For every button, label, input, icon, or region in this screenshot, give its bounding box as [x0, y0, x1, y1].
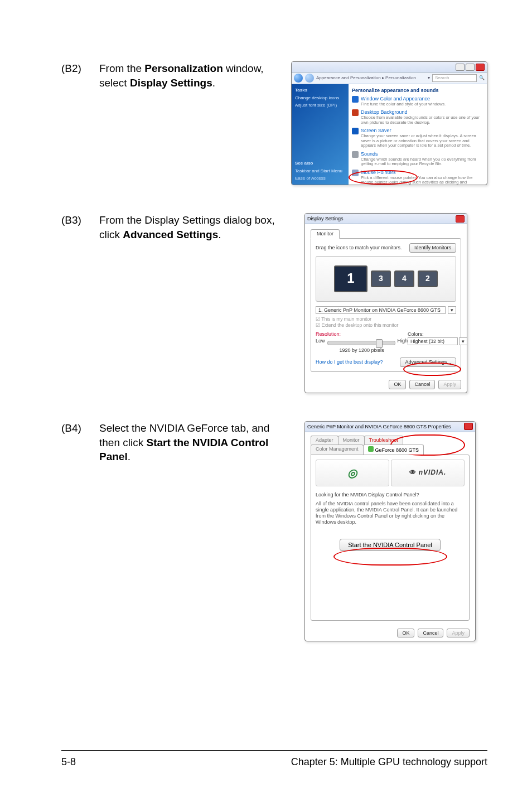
- sidebar-heading: Tasks: [295, 88, 345, 93]
- resolution-slider[interactable]: [327, 341, 395, 345]
- step-b4-text: Select the NVIDIA GeForce tab, and then …: [99, 421, 294, 464]
- identify-monitors-button[interactable]: Identify Monitors: [409, 243, 456, 253]
- tab-adapter[interactable]: Adapter: [311, 436, 338, 445]
- personalization-item[interactable]: Window Color and AppearanceFine tune the…: [352, 96, 483, 107]
- sidebar: Tasks Change desktop icons Adjust font s…: [292, 84, 349, 185]
- slider-low: Low: [316, 338, 325, 344]
- slider-high: High: [398, 338, 408, 344]
- personalization-item[interactable]: Desktop BackgroundChoose from available …: [352, 109, 483, 125]
- apply-button: Apply: [438, 380, 461, 389]
- heading-question: Looking for the NVIDIA Display Control P…: [316, 492, 465, 498]
- cancel-button[interactable]: Cancel: [409, 380, 435, 389]
- back-icon[interactable]: [294, 74, 303, 83]
- forward-icon[interactable]: [305, 74, 314, 83]
- item-desc: Fine tune the color and style of your wi…: [361, 102, 446, 107]
- personalization-window: Appearance and Personalization ▸ Persona…: [291, 61, 487, 185]
- sidebar-link[interactable]: Taskbar and Start Menu: [295, 168, 345, 174]
- colors-select[interactable]: Highest (32 bit): [408, 337, 458, 346]
- close-button[interactable]: [456, 215, 465, 223]
- sidebar-link[interactable]: Adjust font size (DPI): [295, 103, 345, 108]
- personalization-item[interactable]: Mouse PointersPick a different mouse poi…: [352, 170, 483, 185]
- nvidia-logo: 👁nVIDIA.: [391, 460, 465, 486]
- bold: Personalization: [144, 62, 223, 74]
- sidebar-link[interactable]: Change desktop icons: [295, 95, 345, 101]
- resolution-value: 1920 by 1200 pixels: [316, 347, 408, 354]
- bold: Advanced Settings: [123, 229, 218, 240]
- monitor-select[interactable]: 1. Generic PnP Monitor on NVIDIA GeForce…: [316, 306, 446, 315]
- screenshot-b4: Generic PnP Monitor and NVIDIA GeForce 8…: [304, 421, 476, 641]
- colors-label: Colors:: [408, 331, 467, 337]
- close-button[interactable]: [476, 64, 485, 71]
- step-b3-label: (B3): [61, 213, 89, 228]
- bold: Display Settings: [130, 77, 212, 89]
- monitor-icon[interactable]: 4: [394, 270, 414, 287]
- monitor-icon[interactable]: 3: [371, 270, 391, 287]
- item-icon: [352, 170, 359, 176]
- tab-geforce[interactable]: GeForce 8600 GTS: [363, 445, 424, 455]
- titlebar: [292, 62, 487, 73]
- step-b4: (B4) Select the NVIDIA GeForce tab, and …: [61, 421, 487, 641]
- text: .: [128, 451, 130, 462]
- item-icon: [352, 151, 359, 158]
- min-button[interactable]: [456, 64, 465, 71]
- ok-button[interactable]: OK: [397, 629, 414, 638]
- nvidia-icon: [368, 446, 374, 452]
- breadcrumb[interactable]: Appearance and Personalization ▸ Persona…: [316, 75, 425, 81]
- help-link[interactable]: How do I get the best display?: [316, 359, 383, 365]
- tab-monitor[interactable]: Monitor: [338, 436, 365, 445]
- item-icon: [352, 128, 359, 134]
- screenshot-b3: Display Settings Monitor Drag the icons …: [304, 213, 467, 393]
- nvidia-eye-icon: 👁: [409, 468, 417, 476]
- page-number: 5-8: [61, 755, 76, 769]
- max-button[interactable]: [466, 64, 475, 71]
- start-nvidia-button[interactable]: Start the NVIDIA Control Panel: [340, 539, 440, 551]
- main-pane: Personalize appearance and sounds Window…: [349, 84, 487, 185]
- checkbox-main-monitor: ☑ This is my main monitor: [316, 316, 456, 322]
- step-b4-label: (B4): [61, 421, 89, 436]
- personalization-item[interactable]: Screen SaverChange your screen saver or …: [352, 128, 483, 148]
- item-desc: Change which sounds are heard when you d…: [361, 157, 483, 167]
- tab-color-management[interactable]: Color Management: [311, 445, 364, 455]
- window-title: Generic PnP Monitor and NVIDIA GeForce 8…: [307, 424, 451, 430]
- description-text: All of the NVIDIA control panels have be…: [316, 501, 465, 525]
- step-b2: (B2) From the Personalization window, se…: [61, 61, 487, 185]
- step-b2-label: (B2): [61, 61, 89, 76]
- window-buttons: [464, 423, 473, 430]
- item-icon: [352, 96, 359, 103]
- address-bar: Appearance and Personalization ▸ Persona…: [292, 73, 487, 84]
- tab-troubleshoot[interactable]: Troubleshoot: [364, 436, 403, 445]
- titlebar: Generic PnP Monitor and NVIDIA GeForce 8…: [305, 422, 475, 432]
- titlebar: Display Settings: [305, 214, 467, 224]
- window-buttons: [456, 215, 465, 223]
- personalization-item[interactable]: SoundsChange which sounds are heard when…: [352, 151, 483, 167]
- search-input[interactable]: Search: [432, 74, 477, 82]
- text: .: [218, 229, 221, 240]
- window-buttons: [456, 64, 485, 71]
- chevron-down-icon[interactable]: ▾: [459, 337, 467, 346]
- cancel-button[interactable]: Cancel: [418, 629, 443, 638]
- item-desc: Change your screen saver or adjust when …: [361, 134, 483, 148]
- dialog-buttons: OK Cancel Apply: [305, 376, 467, 393]
- drag-instruction: Drag the icons to match your monitors.: [316, 245, 402, 251]
- apply-button: Apply: [447, 629, 470, 638]
- advanced-settings-button[interactable]: Advanced Settings...: [400, 357, 456, 367]
- sidebar-heading: See also: [295, 161, 345, 166]
- close-button[interactable]: [464, 423, 473, 430]
- display-settings-window: Display Settings Monitor Drag the icons …: [304, 213, 467, 393]
- page-title: Personalize appearance and sounds: [352, 88, 483, 94]
- dialog-buttons: OK Cancel Apply: [305, 625, 475, 641]
- search-icon[interactable]: 🔍: [479, 75, 485, 81]
- chevron-down-icon[interactable]: ▾: [448, 306, 456, 315]
- monitor-icon[interactable]: 2: [418, 270, 438, 287]
- window-title: Display Settings: [307, 216, 344, 222]
- monitor-icon[interactable]: 1: [334, 265, 367, 292]
- step-b3: (B3) From the Display Settings dialog bo…: [61, 213, 487, 393]
- item-icon: [352, 109, 359, 116]
- geforce-logo: ◎: [316, 460, 389, 486]
- monitor-layout[interactable]: 1 3 4 2: [316, 256, 456, 302]
- text: From the: [99, 62, 144, 74]
- sidebar-link[interactable]: Ease of Access: [295, 176, 345, 181]
- ok-button[interactable]: OK: [389, 380, 406, 389]
- tab-monitor[interactable]: Monitor: [311, 229, 340, 239]
- item-desc: Pick a different mouse pointer. You can …: [361, 176, 483, 185]
